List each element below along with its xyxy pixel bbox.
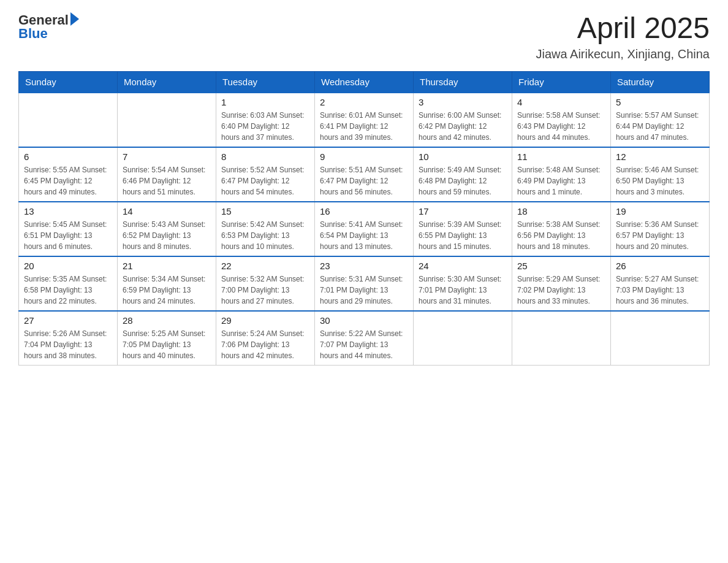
day-info: Sunrise: 5:30 AM Sunset: 7:01 PM Dayligh… <box>419 274 507 307</box>
day-info: Sunrise: 6:00 AM Sunset: 6:42 PM Dayligh… <box>419 110 507 143</box>
day-number: 21 <box>123 261 211 271</box>
calendar-week-row: 27Sunrise: 5:26 AM Sunset: 7:04 PM Dayli… <box>19 311 710 366</box>
calendar-title-block: April 2025 Jiawa Airikecun, Xinjiang, Ch… <box>536 12 710 61</box>
day-info: Sunrise: 5:31 AM Sunset: 7:01 PM Dayligh… <box>320 274 408 307</box>
col-saturday: Saturday <box>611 71 710 93</box>
day-number: 22 <box>221 261 309 271</box>
day-info: Sunrise: 5:48 AM Sunset: 6:49 PM Dayligh… <box>517 164 605 197</box>
table-row: 6Sunrise: 5:55 AM Sunset: 6:45 PM Daylig… <box>19 147 118 202</box>
col-wednesday: Wednesday <box>315 71 414 93</box>
day-number: 17 <box>419 206 507 216</box>
col-friday: Friday <box>512 71 611 93</box>
day-info: Sunrise: 5:41 AM Sunset: 6:54 PM Dayligh… <box>320 219 408 252</box>
table-row: 15Sunrise: 5:42 AM Sunset: 6:53 PM Dayli… <box>216 202 315 256</box>
table-row: 11Sunrise: 5:48 AM Sunset: 6:49 PM Dayli… <box>512 147 611 202</box>
table-row: 25Sunrise: 5:29 AM Sunset: 7:02 PM Dayli… <box>512 256 611 311</box>
calendar-month-year: April 2025 <box>536 12 710 45</box>
day-number: 4 <box>517 97 605 107</box>
table-row: 18Sunrise: 5:38 AM Sunset: 6:56 PM Dayli… <box>512 202 611 256</box>
day-info: Sunrise: 5:34 AM Sunset: 6:59 PM Dayligh… <box>123 274 211 307</box>
day-number: 19 <box>616 206 704 216</box>
calendar-week-row: 20Sunrise: 5:35 AM Sunset: 6:58 PM Dayli… <box>19 256 710 311</box>
day-number: 8 <box>221 151 309 162</box>
day-number: 6 <box>24 151 112 162</box>
day-info: Sunrise: 5:49 AM Sunset: 6:48 PM Dayligh… <box>419 164 507 197</box>
day-number: 14 <box>123 206 211 216</box>
calendar-location: Jiawa Airikecun, Xinjiang, China <box>536 47 710 61</box>
day-info: Sunrise: 5:43 AM Sunset: 6:52 PM Dayligh… <box>123 219 211 252</box>
day-info: Sunrise: 6:01 AM Sunset: 6:41 PM Dayligh… <box>320 110 408 143</box>
day-info: Sunrise: 5:22 AM Sunset: 7:07 PM Dayligh… <box>320 328 408 361</box>
table-row <box>611 311 710 366</box>
day-number: 2 <box>320 97 408 107</box>
table-row: 27Sunrise: 5:26 AM Sunset: 7:04 PM Dayli… <box>19 311 118 366</box>
table-row: 7Sunrise: 5:54 AM Sunset: 6:46 PM Daylig… <box>118 147 216 202</box>
table-row: 21Sunrise: 5:34 AM Sunset: 6:59 PM Dayli… <box>118 256 216 311</box>
day-number: 23 <box>320 261 408 271</box>
day-number: 30 <box>320 315 408 326</box>
table-row: 3Sunrise: 6:00 AM Sunset: 6:42 PM Daylig… <box>414 93 512 147</box>
day-info: Sunrise: 5:29 AM Sunset: 7:02 PM Dayligh… <box>517 274 605 307</box>
day-number: 13 <box>24 206 112 216</box>
day-info: Sunrise: 5:51 AM Sunset: 6:47 PM Dayligh… <box>320 164 408 197</box>
day-info: Sunrise: 5:58 AM Sunset: 6:43 PM Dayligh… <box>517 110 605 143</box>
table-row <box>414 311 512 366</box>
day-number: 7 <box>123 151 211 162</box>
table-row: 29Sunrise: 5:24 AM Sunset: 7:06 PM Dayli… <box>216 311 315 366</box>
day-number: 15 <box>221 206 309 216</box>
day-info: Sunrise: 5:39 AM Sunset: 6:55 PM Dayligh… <box>419 219 507 252</box>
table-row: 30Sunrise: 5:22 AM Sunset: 7:07 PM Dayli… <box>315 311 414 366</box>
day-info: Sunrise: 5:32 AM Sunset: 7:00 PM Dayligh… <box>221 274 309 307</box>
col-sunday: Sunday <box>19 71 118 93</box>
table-row: 1Sunrise: 6:03 AM Sunset: 6:40 PM Daylig… <box>216 93 315 147</box>
day-number: 5 <box>616 97 704 107</box>
table-row: 2Sunrise: 6:01 AM Sunset: 6:41 PM Daylig… <box>315 93 414 147</box>
day-info: Sunrise: 5:57 AM Sunset: 6:44 PM Dayligh… <box>616 110 704 143</box>
day-info: Sunrise: 5:42 AM Sunset: 6:53 PM Dayligh… <box>221 219 309 252</box>
day-info: Sunrise: 5:54 AM Sunset: 6:46 PM Dayligh… <box>123 164 211 197</box>
day-number: 16 <box>320 206 408 216</box>
day-info: Sunrise: 5:38 AM Sunset: 6:56 PM Dayligh… <box>517 219 605 252</box>
page-header: General Blue April 2025 Jiawa Airikecun,… <box>18 12 710 61</box>
day-number: 12 <box>616 151 704 162</box>
table-row: 28Sunrise: 5:25 AM Sunset: 7:05 PM Dayli… <box>118 311 216 366</box>
calendar-header-row: Sunday Monday Tuesday Wednesday Thursday… <box>19 71 710 93</box>
table-row: 22Sunrise: 5:32 AM Sunset: 7:00 PM Dayli… <box>216 256 315 311</box>
day-info: Sunrise: 5:27 AM Sunset: 7:03 PM Dayligh… <box>616 274 704 307</box>
table-row: 14Sunrise: 5:43 AM Sunset: 6:52 PM Dayli… <box>118 202 216 256</box>
table-row: 17Sunrise: 5:39 AM Sunset: 6:55 PM Dayli… <box>414 202 512 256</box>
table-row: 24Sunrise: 5:30 AM Sunset: 7:01 PM Dayli… <box>414 256 512 311</box>
table-row: 19Sunrise: 5:36 AM Sunset: 6:57 PM Dayli… <box>611 202 710 256</box>
day-number: 26 <box>616 261 704 271</box>
table-row: 23Sunrise: 5:31 AM Sunset: 7:01 PM Dayli… <box>315 256 414 311</box>
table-row: 16Sunrise: 5:41 AM Sunset: 6:54 PM Dayli… <box>315 202 414 256</box>
table-row <box>118 93 216 147</box>
day-number: 27 <box>24 315 112 326</box>
table-row: 9Sunrise: 5:51 AM Sunset: 6:47 PM Daylig… <box>315 147 414 202</box>
day-number: 20 <box>24 261 112 271</box>
day-info: Sunrise: 5:45 AM Sunset: 6:51 PM Dayligh… <box>24 219 112 252</box>
day-info: Sunrise: 5:25 AM Sunset: 7:05 PM Dayligh… <box>123 328 211 361</box>
day-info: Sunrise: 5:46 AM Sunset: 6:50 PM Dayligh… <box>616 164 704 197</box>
table-row: 8Sunrise: 5:52 AM Sunset: 6:47 PM Daylig… <box>216 147 315 202</box>
day-info: Sunrise: 5:26 AM Sunset: 7:04 PM Dayligh… <box>24 328 112 361</box>
table-row: 12Sunrise: 5:46 AM Sunset: 6:50 PM Dayli… <box>611 147 710 202</box>
col-tuesday: Tuesday <box>216 71 315 93</box>
day-number: 18 <box>517 206 605 216</box>
calendar-week-row: 6Sunrise: 5:55 AM Sunset: 6:45 PM Daylig… <box>19 147 710 202</box>
day-info: Sunrise: 5:55 AM Sunset: 6:45 PM Dayligh… <box>24 164 112 197</box>
logo-text-blue: Blue <box>18 26 48 42</box>
day-number: 28 <box>123 315 211 326</box>
day-number: 29 <box>221 315 309 326</box>
logo-arrow-icon <box>70 12 79 26</box>
day-info: Sunrise: 5:52 AM Sunset: 6:47 PM Dayligh… <box>221 164 309 197</box>
table-row: 26Sunrise: 5:27 AM Sunset: 7:03 PM Dayli… <box>611 256 710 311</box>
table-row: 5Sunrise: 5:57 AM Sunset: 6:44 PM Daylig… <box>611 93 710 147</box>
day-number: 3 <box>419 97 507 107</box>
day-number: 11 <box>517 151 605 162</box>
day-number: 9 <box>320 151 408 162</box>
day-number: 24 <box>419 261 507 271</box>
day-number: 10 <box>419 151 507 162</box>
day-info: Sunrise: 5:35 AM Sunset: 6:58 PM Dayligh… <box>24 274 112 307</box>
table-row <box>19 93 118 147</box>
